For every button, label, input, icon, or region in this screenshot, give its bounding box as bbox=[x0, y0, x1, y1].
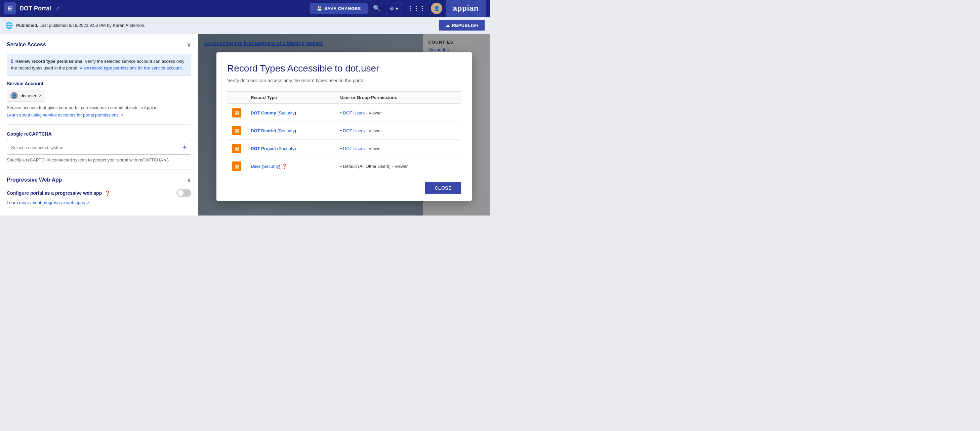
external-link-icon[interactable]: ↗ bbox=[56, 6, 60, 11]
pwa-toggle-slider bbox=[177, 189, 191, 197]
table-row: ▦ DOT District (Security) • DOT Users - … bbox=[227, 122, 461, 139]
top-navigation: ⊞ DOT Portal ↗ 💾 SAVE CHANGES 🔍 ⚙ ▾ ⋮⋮⋮ … bbox=[0, 0, 490, 17]
dot-district-link[interactable]: DOT District bbox=[251, 128, 276, 133]
permissions-cell-4: • Default (All Other Users) - Viewer bbox=[336, 157, 461, 175]
external-icon: ↗ bbox=[120, 113, 123, 117]
published-details: Last published 9/19/2023 9:53 PM by Kare… bbox=[39, 23, 145, 28]
configure-help-icon[interactable]: ❓ bbox=[105, 190, 110, 196]
service-account-label: Service Account bbox=[7, 81, 191, 86]
chip-remove-button[interactable]: × bbox=[39, 93, 42, 98]
search-button[interactable]: 🔍 bbox=[371, 3, 382, 14]
save-changes-button[interactable]: 💾 SAVE CHANGES bbox=[310, 3, 368, 14]
republish-label: REPUBLISH bbox=[452, 23, 479, 28]
grid-icon: ⋮⋮⋮ bbox=[407, 5, 425, 12]
pwa-section-header[interactable]: Progressive Web App ∨ bbox=[7, 176, 191, 184]
portal-preview: Announcing the first segment of widening… bbox=[198, 34, 490, 216]
dot-county-link[interactable]: DOT County bbox=[251, 111, 276, 116]
table-header-record-type: Record Type bbox=[246, 92, 336, 104]
grid-menu-button[interactable]: ⋮⋮⋮ bbox=[405, 3, 428, 14]
configure-pwa-label: Configure portal as a progressive web ap… bbox=[7, 190, 102, 196]
user-help-icon[interactable]: ❓ bbox=[282, 163, 287, 169]
modal-close-button[interactable]: CLOSE bbox=[425, 182, 461, 194]
dot-users-link-2[interactable]: DOT Users bbox=[343, 128, 365, 133]
pwa-chevron: ∨ bbox=[187, 176, 191, 184]
record-type-icon: ▦ bbox=[232, 108, 241, 117]
record-type-cell-3: DOT Project (Security) bbox=[246, 139, 336, 157]
learn-more-pwa-link[interactable]: Learn more about progressive web apps ↗ bbox=[7, 200, 90, 205]
info-box: ℹ Review record type permissions. Verify… bbox=[7, 54, 191, 76]
configure-pwa-row: Configure portal as a progressive web ap… bbox=[7, 189, 191, 197]
appian-brand: appian bbox=[445, 0, 486, 17]
record-type-cell-4: User (Security) ❓ bbox=[246, 157, 336, 175]
record-type-icon-3: ▦ bbox=[232, 144, 241, 153]
published-strong: Published. bbox=[16, 23, 38, 28]
perm-role-3: - Viewer bbox=[366, 146, 382, 151]
logo-icon: ⊞ bbox=[8, 5, 13, 12]
published-bar: 🌐 Published. Last published 9/19/2023 9:… bbox=[0, 17, 490, 34]
dot-county-security-link[interactable]: Security bbox=[279, 111, 295, 116]
add-icon: + bbox=[183, 143, 187, 151]
republish-button[interactable]: ☁ REPUBLISH bbox=[439, 20, 485, 30]
service-access-header[interactable]: Service Access ∨ bbox=[7, 41, 191, 48]
info-icon: ℹ bbox=[11, 59, 13, 64]
permissions-cell: • DOT Users - Viewer bbox=[336, 104, 461, 122]
dot-project-link[interactable]: DOT Project bbox=[251, 146, 276, 151]
chip-avatar: 👤 bbox=[10, 92, 18, 99]
perm-default: Default (All Other Users) - Viewer bbox=[343, 164, 408, 169]
permissions-cell-2: • DOT Users - Viewer bbox=[336, 122, 461, 139]
portal-title: DOT Portal bbox=[19, 5, 51, 12]
cloud-icon: ☁ bbox=[445, 23, 450, 28]
permissions-cell-3: • DOT Users - Viewer bbox=[336, 139, 461, 157]
save-changes-label: SAVE CHANGES bbox=[324, 6, 361, 11]
table-header-icon bbox=[227, 92, 246, 104]
dot-users-link-1[interactable]: DOT Users bbox=[343, 111, 365, 116]
pwa-learn-more-text: Learn more about progressive web apps bbox=[7, 200, 85, 205]
perm-role-2: - Viewer bbox=[366, 128, 382, 133]
service-access-chevron: ∨ bbox=[187, 41, 191, 48]
search-icon: 🔍 bbox=[373, 5, 380, 12]
user-avatar[interactable]: 👤 bbox=[431, 3, 442, 14]
avatar-image: 👤 bbox=[434, 6, 439, 11]
settings-button[interactable]: ⚙ ▾ bbox=[386, 3, 402, 14]
record-type-icon-4: ▦ bbox=[232, 162, 241, 171]
published-status: Published. Last published 9/19/2023 9:53… bbox=[16, 23, 145, 28]
modal-title: Record Types Accessible to dot.user bbox=[227, 63, 461, 74]
learn-about-service-accounts-link[interactable]: Learn about using service accounts for p… bbox=[7, 113, 123, 117]
pwa-toggle[interactable] bbox=[177, 189, 191, 197]
account-description: Service account that gives your portal p… bbox=[7, 105, 191, 110]
divider-2 bbox=[7, 169, 191, 170]
connected-system-input-wrapper: + bbox=[7, 140, 191, 155]
modal-body: Record Types Accessible to dot.user Veri… bbox=[216, 52, 472, 175]
connected-system-input[interactable] bbox=[7, 142, 178, 154]
perm-role-1: - Viewer bbox=[366, 111, 382, 116]
record-type-icon-2: ▦ bbox=[232, 126, 241, 135]
chip-name: dot.user bbox=[21, 93, 36, 98]
service-account-chip: 👤 dot.user × bbox=[7, 90, 45, 102]
info-bold: Review record type permissions. bbox=[16, 59, 84, 64]
table-row: ▦ DOT Project (Security) • DOT Users - V… bbox=[227, 139, 461, 157]
add-connected-system-button[interactable]: + bbox=[178, 140, 191, 154]
record-type-cell: DOT County (Security) bbox=[246, 104, 336, 122]
record-type-cell-2: DOT District (Security) bbox=[246, 122, 336, 139]
view-record-type-link[interactable]: View record type permissions for the ser… bbox=[80, 65, 183, 70]
user-link[interactable]: User bbox=[251, 164, 261, 169]
dot-district-security-link[interactable]: Security bbox=[279, 128, 295, 133]
modal-overlay: Record Types Accessible to dot.user Veri… bbox=[198, 34, 490, 216]
table-row: ▦ User (Security) ❓ • Default (All Other… bbox=[227, 157, 461, 175]
record-types-table: Record Type User or Group Permissions ▦ … bbox=[227, 91, 461, 175]
save-icon: 💾 bbox=[317, 6, 322, 11]
user-security-link[interactable]: Security bbox=[263, 164, 279, 169]
pwa-title: Progressive Web App bbox=[7, 177, 62, 183]
modal-subtitle: Verify dot.user can access only the reco… bbox=[227, 78, 461, 83]
service-accounts-link-text: Learn about using service accounts for p… bbox=[7, 113, 118, 117]
left-panel: Service Access ∨ ℹ Review record type pe… bbox=[0, 34, 198, 216]
table-row: ▦ DOT County (Security) • DOT Users - Vi… bbox=[227, 104, 461, 122]
dot-project-security-link[interactable]: Security bbox=[278, 146, 294, 151]
dot-users-link-3[interactable]: DOT Users bbox=[343, 146, 365, 151]
app-logo: ⊞ bbox=[4, 2, 16, 14]
service-access-title: Service Access bbox=[7, 42, 46, 48]
gear-icon: ⚙ bbox=[390, 5, 394, 12]
main-layout: Service Access ∨ ℹ Review record type pe… bbox=[0, 34, 490, 216]
chevron-down-icon: ▾ bbox=[396, 5, 398, 12]
recaptcha-label: Google reCAPTCHA bbox=[7, 131, 191, 136]
